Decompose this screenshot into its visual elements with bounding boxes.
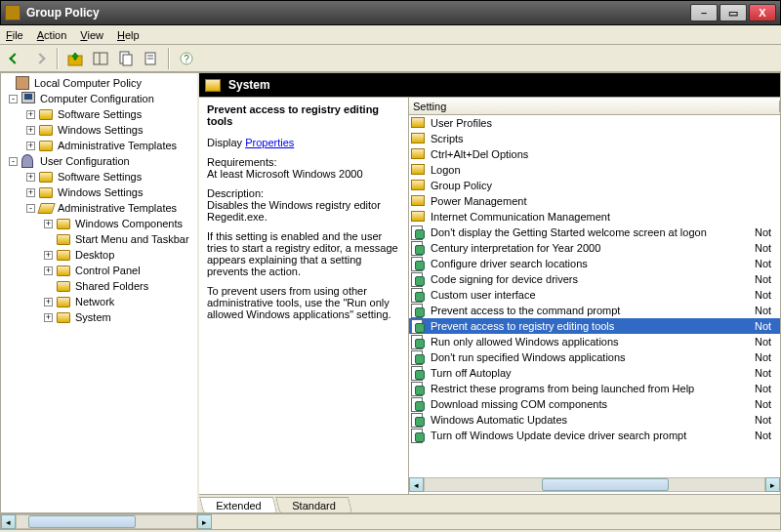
expand-icon[interactable]: + — [26, 110, 35, 119]
console-tree[interactable]: Local Computer Policy -Computer Configur… — [1, 73, 199, 512]
expand-icon[interactable]: + — [44, 298, 53, 307]
list-policy-row[interactable]: Century interpretation for Year 2000Not — [409, 240, 780, 256]
list-policy-row[interactable]: Windows Automatic UpdatesNot — [409, 412, 780, 428]
tree-label: System — [75, 311, 111, 323]
list-policy-row[interactable]: Don't display the Getting Started welcom… — [409, 225, 780, 240]
scroll-track[interactable] — [424, 477, 765, 492]
properties-button[interactable] — [115, 48, 137, 69]
scroll-thumb[interactable] — [542, 478, 669, 491]
menu-help[interactable]: Help — [117, 29, 140, 41]
up-button[interactable] — [64, 48, 86, 69]
minimize-button[interactable]: – — [690, 4, 718, 21]
tree-item[interactable]: Shared Folders — [1, 278, 197, 294]
menu-action[interactable]: Action — [37, 29, 67, 41]
list-policy-row[interactable]: Code signing for device driversNot — [409, 271, 780, 287]
tab-extended[interactable]: Extended — [199, 497, 277, 512]
list-folder-row[interactable]: Ctrl+Alt+Del Options — [409, 146, 780, 162]
list-policy-row[interactable]: Turn off AutoplayNot — [409, 365, 780, 381]
policy-icon — [411, 366, 427, 380]
list-header[interactable]: Setting — [409, 98, 780, 115]
close-button[interactable]: X — [749, 4, 776, 21]
list-policy-row[interactable]: Custom user interfaceNot — [409, 287, 780, 303]
folder-icon — [57, 250, 70, 261]
description-text: If this setting is enabled and the user … — [207, 230, 400, 277]
tree-item[interactable]: +Windows Components — [1, 216, 197, 231]
help-button[interactable]: ? — [176, 48, 197, 69]
row-state: Not — [755, 383, 780, 394]
tree-item[interactable]: +Software Settings — [1, 169, 197, 184]
list-folder-row[interactable]: Internet Communication Management — [409, 209, 780, 225]
tree-item[interactable]: +Software Settings — [1, 106, 197, 122]
list-policy-row[interactable]: Don't run specified Windows applications… — [409, 349, 780, 365]
tree-label: Software Settings — [58, 108, 142, 120]
expand-icon[interactable]: + — [44, 313, 53, 322]
tree-item[interactable]: +Desktop — [1, 247, 197, 263]
menu-file[interactable]: File — [6, 29, 23, 41]
scroll-thumb[interactable] — [28, 515, 136, 528]
scroll-right-button[interactable]: ▸ — [765, 477, 780, 492]
tree-system[interactable]: +System — [1, 309, 197, 325]
list-folder-row[interactable]: Group Policy — [409, 178, 780, 193]
list-horizontal-scrollbar[interactable]: ◂ ▸ — [409, 477, 780, 494]
row-label: Configure driver search locations — [431, 258, 755, 269]
expand-icon[interactable]: + — [26, 188, 35, 197]
list-folder-row[interactable]: Logon — [409, 162, 780, 178]
tree-horizontal-scrollbar[interactable]: ◂ ▸ — [0, 513, 781, 530]
export-list-button[interactable] — [141, 48, 162, 69]
expand-icon[interactable]: + — [26, 126, 35, 135]
arrow-left-icon — [9, 53, 20, 63]
properties-link[interactable]: Properties — [245, 137, 294, 148]
list-policy-row[interactable]: Prevent access to registry editing tools… — [409, 318, 780, 334]
user-icon — [21, 154, 33, 168]
tree-item[interactable]: +Network — [1, 294, 197, 309]
show-hide-console-tree-button[interactable] — [90, 48, 111, 69]
list-policy-row[interactable]: Restrict these programs from being launc… — [409, 381, 780, 396]
expand-icon[interactable]: + — [44, 251, 53, 260]
back-button[interactable] — [4, 48, 25, 69]
expand-icon[interactable]: + — [26, 173, 35, 182]
details-title: System — [228, 78, 270, 92]
forward-button[interactable] — [29, 48, 51, 69]
folder-icon — [39, 172, 53, 183]
list-folder-row[interactable]: User Profiles — [409, 115, 780, 131]
maximize-button[interactable]: ▭ — [719, 4, 747, 21]
collapse-icon[interactable]: - — [9, 157, 18, 166]
expand-icon[interactable]: + — [44, 220, 53, 228]
list-policy-row[interactable]: Turn off Windows Update device driver se… — [409, 428, 780, 443]
settings-list[interactable]: Setting User ProfilesScriptsCtrl+Alt+Del… — [409, 98, 780, 494]
scroll-left-button[interactable]: ◂ — [1, 514, 16, 529]
expand-icon[interactable]: + — [26, 142, 35, 150]
list-folder-row[interactable]: Scripts — [409, 131, 780, 146]
tree-label: Windows Components — [75, 218, 183, 229]
tree-item[interactable]: +Windows Settings — [1, 184, 197, 200]
tree-label: User Configuration — [40, 155, 130, 167]
column-setting[interactable]: Setting — [413, 101, 780, 112]
tree-item[interactable]: +Control Panel — [1, 263, 197, 278]
scroll-right-button[interactable]: ▸ — [197, 514, 212, 529]
tree-admin-templates[interactable]: -Administrative Templates — [1, 200, 197, 216]
list-policy-row[interactable]: Run only allowed Windows applicationsNot — [409, 334, 780, 349]
tree-label: Start Menu and Taskbar — [75, 233, 189, 245]
list-policy-row[interactable]: Download missing COM componentsNot — [409, 396, 780, 412]
row-state: Not — [755, 289, 780, 301]
tree-root[interactable]: Local Computer Policy — [1, 75, 197, 91]
scroll-left-button[interactable]: ◂ — [409, 477, 424, 492]
scroll-track[interactable] — [16, 514, 197, 529]
tree-item[interactable]: Start Menu and Taskbar — [1, 231, 197, 247]
tab-standard[interactable]: Standard — [275, 497, 352, 512]
list-policy-row[interactable]: Prevent access to the command promptNot — [409, 303, 780, 318]
expand-icon[interactable]: + — [44, 266, 53, 275]
list-folder-row[interactable]: Power Management — [409, 193, 780, 209]
folder-icon — [411, 194, 427, 208]
collapse-icon[interactable]: - — [9, 95, 18, 103]
tree-label: Local Computer Policy — [34, 77, 142, 89]
list-policy-row[interactable]: Configure driver search locationsNot — [409, 256, 780, 271]
details-pane: System Prevent access to registry editin… — [199, 73, 780, 512]
tree-item[interactable]: +Administrative Templates — [1, 138, 197, 153]
policy-icon — [411, 319, 427, 333]
collapse-icon[interactable]: - — [26, 204, 35, 213]
tree-user-config[interactable]: -User Configuration — [1, 153, 197, 169]
menu-view[interactable]: View — [80, 29, 103, 41]
tree-item[interactable]: +Windows Settings — [1, 122, 197, 138]
tree-computer-config[interactable]: -Computer Configuration — [1, 91, 197, 106]
